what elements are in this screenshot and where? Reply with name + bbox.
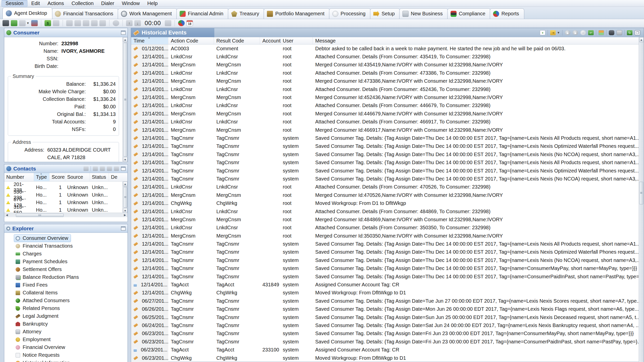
event-row[interactable]: 12/14/201... TagAcct TagAcct 431849 syst… [131,281,644,289]
event-row[interactable]: 01/12/201... AC0003 Comment root Debtor … [131,44,644,53]
col-result-code[interactable]: Result Code [214,37,260,44]
filter-dropdown-icon[interactable]: ▼ [557,31,560,34]
event-row[interactable]: 12/14/201... MergCnsm MergCnsm root Merg… [131,126,644,134]
handset-down-icon[interactable]: ↓ [134,20,141,26]
scroll-down-icon[interactable]: ▼ [123,157,128,162]
contact-row[interactable]: 870-128... Ho... 1 Unknown Unkn... [4,197,128,204]
contacts-vscrollbar[interactable]: ▲ ▼ [123,182,128,213]
col-status[interactable]: Status [90,173,109,181]
col-source[interactable]: Source [65,173,90,181]
module-tab[interactable]: New Business [399,8,448,19]
event-row[interactable]: 12/14/201... TagCnsmr TagCnsmr system Sa… [131,142,644,150]
event-row[interactable]: 06/23/201... TagCnsmr TagCnsmr system Sa… [131,338,644,346]
event-row[interactable]: 12/14/201... LnkdCnsr LnkdCnsr root Atta… [131,102,644,110]
events-vscrollbar[interactable]: ▲ [639,37,644,362]
event-row[interactable]: 12/14/201... TagCnsmr TagCnsmr system Sa… [131,150,644,158]
col-time[interactable]: Time [131,37,168,44]
explorer-item[interactable]: Collateral Items [14,289,60,297]
contact-row[interactable]: 530-238... Ho... 1 Unknown Unkn... [4,189,128,197]
explorer-item[interactable]: Bankruptcy [14,320,51,328]
agent-time-icon[interactable] [19,20,26,26]
print-icon[interactable] [617,30,622,35]
module-tab[interactable]: Reports [490,8,524,19]
event-row[interactable]: 12/14/201... MergCnsm MergCnsm root Merg… [131,61,644,69]
dial-phone-4-icon[interactable] [91,20,98,26]
scroll-thumb[interactable] [16,213,64,217]
col-type[interactable]: Type [34,173,50,181]
restore-window-icon[interactable]: ❐ [635,30,640,35]
event-row[interactable]: 12/14/201... LnkdCnsr LnkdCnsr root Atta… [131,224,644,232]
col-account[interactable]: Account [260,37,280,44]
find-icon[interactable] [609,30,614,35]
event-row[interactable]: 12/14/201... LnkdCnsr LnkdCnsr root Atta… [131,207,644,215]
event-row[interactable]: 12/14/201... LnkdCnsr LnkdCnsr root Atta… [131,69,644,77]
calendar-icon[interactable]: 18 [186,20,193,26]
module-tab[interactable]: Portfolio Management [264,8,330,19]
event-row[interactable]: 12/14/201... ChgWrkg ChgWrkg root Moved … [131,199,644,207]
scroll-thumb[interactable] [123,43,127,157]
explorer-item[interactable]: Notice Requests [14,351,62,359]
dial-phone-1-icon[interactable] [66,20,73,26]
event-row[interactable]: 12/14/201... TagCnsmr TagCnsmr system Sa… [131,167,644,175]
consumer-scrollbar[interactable]: ▲ ▼ [123,37,128,162]
filter-icon[interactable]: ⇥ [550,30,556,35]
status-orb-icon[interactable] [11,20,17,26]
event-row[interactable]: 12/14/201... MergCnsm MergCnsm root Merg… [131,77,644,85]
move-top-icon[interactable]: ▲ [573,30,578,35]
dial-phone-5-icon[interactable] [99,20,106,26]
event-row[interactable]: 12/14/201... TagCnsmr TagCnsmr system Sa… [131,248,644,256]
scroll-left-icon[interactable]: ◀ [4,213,9,217]
move-up-icon[interactable]: ▲ [565,30,570,35]
scroll-right-icon[interactable]: ▶ [123,213,128,217]
explorer-item[interactable]: Financial Overview [14,343,68,351]
col-number[interactable]: Number [4,173,34,181]
payment-icon[interactable]: $ [45,20,51,26]
explorer-item[interactable]: Consumer Overview [14,234,71,242]
reports-pie-icon[interactable] [178,20,185,26]
phone-add-icon[interactable] [107,166,112,171]
consumer-maximize-button[interactable] [121,31,126,35]
clock-icon[interactable] [113,20,119,26]
module-tab[interactable]: Compliance [447,8,491,19]
dial-phone-3-icon[interactable] [83,20,89,26]
event-row[interactable]: 06/24/201... TagCnsmr TagCnsmr system Sa… [131,321,644,329]
contacts-hscrollbar[interactable]: ◀ ▶ [4,213,128,217]
explorer-item[interactable]: Employment [14,336,53,343]
event-row[interactable]: 12/14/201... LnkdCnsr LnkdCnsr root Atta… [131,118,644,126]
event-row[interactable]: 12/14/201... TagCnsmr TagCnsmr system Sa… [131,158,644,166]
event-row[interactable]: 12/14/201... LnkdCnsr LnkdCnsr root Atta… [131,85,644,93]
event-row[interactable]: 12/14/201... TagCnsmr TagCnsmr system Sa… [131,175,644,183]
explorer-item[interactable]: Financial Transactions [14,242,75,250]
module-tab[interactable]: Work Management [118,8,177,19]
event-row[interactable]: 12/14/201... LnkdCnsr LnkdCnsr root Atta… [131,183,644,191]
explorer-item[interactable]: Historical Information [14,359,73,362]
scroll-up-icon[interactable]: ▲ [123,37,128,42]
explorer-item[interactable]: Legal Judgment [14,312,61,320]
col-action-code[interactable]: Action Code [168,37,214,44]
new-note-icon[interactable]: + [540,30,545,35]
event-row[interactable]: 06/23/201... ChgWrkg ChgWrkg system Move… [131,354,644,362]
event-row[interactable]: 06/26/201... TagCnsmr TagCnsmr system Sa… [131,305,644,313]
phone-edit-icon[interactable] [114,166,119,171]
dial-phone-2-icon[interactable] [74,20,81,26]
phone-grid-icon[interactable] [53,20,59,26]
explorer-item[interactable]: Attorney [14,328,44,336]
module-tab[interactable]: Financial Transactions [52,8,118,19]
module-tab[interactable]: Agent Desktop [3,7,52,19]
contact-row[interactable]: 201-338... Ho... 1 Unknown Unkn... [4,182,128,189]
event-row[interactable]: 06/23/201... TagAcct TagAcct 233100 syst… [131,346,644,354]
hangup-icon[interactable] [165,20,171,26]
event-row[interactable]: 12/14/201... TagCnsmr TagCnsmr system Sa… [131,134,644,142]
scroll-up-icon[interactable]: ▲ [123,182,128,187]
contact-schedule-icon[interactable] [100,166,105,171]
event-row[interactable]: 12/14/201... TagCnsmr TagCnsmr system Sa… [131,256,644,264]
scroll-thumb[interactable] [639,182,643,204]
search-icon[interactable]: ○ [580,30,586,35]
menu-item[interactable]: Window [118,0,143,7]
phone-block-icon[interactable] [93,166,98,171]
grid-view-icon[interactable] [598,30,604,35]
event-row[interactable]: 06/23/201... TagCnsmr TagCnsmr system Sa… [131,330,644,338]
menu-item[interactable]: Session [2,0,27,7]
module-tab[interactable]: Setup [370,8,400,19]
event-row[interactable]: 06/25/201... TagCnsmr TagCnsmr system Sa… [131,313,644,321]
